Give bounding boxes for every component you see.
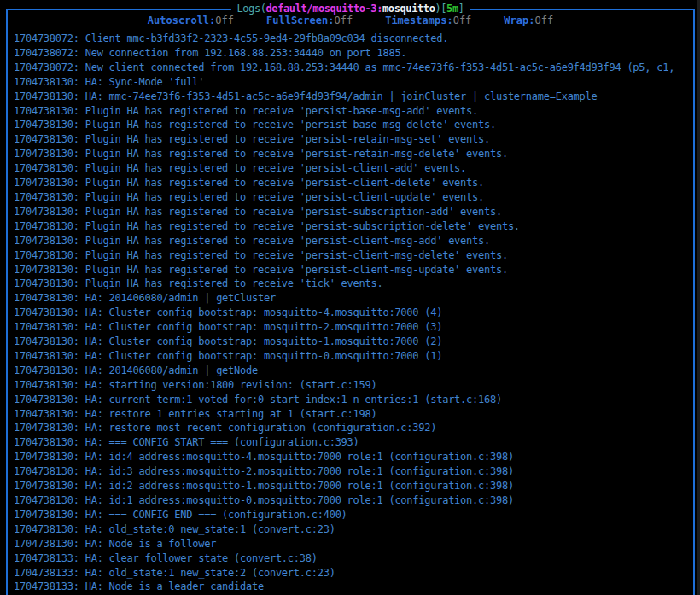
title-since-open: [ xyxy=(440,3,446,15)
status-toggle-timestamps: Timestamps:Off xyxy=(385,15,471,27)
log-line: 1704738130: HA: starting version:1800 re… xyxy=(14,378,689,393)
status-toggle-fullscreen-label: FullScreen: xyxy=(266,15,334,26)
log-line: 1704738130: Plugin HA has registered to … xyxy=(14,277,689,291)
status-toggle-fullscreen-value: Off xyxy=(334,15,353,26)
log-line: 1704738130: HA: Sync-Mode 'full' xyxy=(14,75,689,90)
title-since-value: 5m xyxy=(446,3,458,15)
title-since-close: ] xyxy=(458,3,464,15)
log-line: 1704738130: Plugin HA has registered to … xyxy=(14,132,689,147)
log-line: 1704738130: Plugin HA has registered to … xyxy=(14,205,689,219)
log-line: 1704738130: HA: restore most recent conf… xyxy=(14,421,689,435)
log-line: 1704738130: HA: === CONFIG START === (co… xyxy=(14,435,689,450)
log-line: 1704738130: Plugin HA has registered to … xyxy=(14,104,689,119)
log-line: 1704738130: HA: mmc-74ee73f6-f353-4d51-a… xyxy=(14,90,689,104)
title-container-name: mosquitto xyxy=(382,3,435,15)
log-line: 1704738130: HA: Cluster config bootstrap… xyxy=(14,320,689,335)
log-line: 1704738130: Plugin HA has registered to … xyxy=(14,263,689,277)
log-line: 1704738130: HA: 201406080/admin | getClu… xyxy=(14,291,689,306)
log-line: 1704738130: HA: current_term:1 voted_for… xyxy=(14,393,689,407)
title-view-label: Logs( xyxy=(236,3,265,15)
log-line: 1704738130: HA: Cluster config bootstrap… xyxy=(14,306,689,320)
log-line: 1704738130: HA: Cluster config bootstrap… xyxy=(14,335,689,349)
status-toggle-wrap-label: Wrap: xyxy=(504,15,534,26)
log-viewport[interactable]: 1704738072: Client mmc-b3fd33f2-2323-4c5… xyxy=(14,32,689,595)
log-line: 1704738072: Client mmc-b3fd33f2-2323-4c5… xyxy=(14,32,689,46)
log-line: 1704738130: Plugin HA has registered to … xyxy=(14,147,689,161)
log-line: 1704738133: HA: clear follower state (co… xyxy=(14,551,689,566)
log-line: 1704738072: New connection from 192.168.… xyxy=(14,46,689,61)
log-line: 1704738130: HA: Cluster config bootstrap… xyxy=(14,349,689,364)
log-line: 1704738130: HA: 201406080/admin | getNod… xyxy=(14,364,689,378)
logs-title: Logs(default/mosquitto-3:mosquitto)[5m] xyxy=(230,3,470,15)
log-line: 1704738130: HA: id:4 address:mosquitto-4… xyxy=(14,450,689,464)
log-line: 1704738130: Plugin HA has registered to … xyxy=(14,161,689,176)
log-line: 1704738130: Plugin HA has registered to … xyxy=(14,219,689,234)
status-bar: Autoscroll:OffFullScreen:OffTimestamps:O… xyxy=(8,15,693,27)
log-line: 1704738072: New client connected from 19… xyxy=(14,61,689,75)
log-line: 1704738130: Plugin HA has registered to … xyxy=(14,118,689,132)
log-line: 1704738130: HA: Node is a follower xyxy=(14,537,689,551)
status-toggle-autoscroll-value: Off xyxy=(215,15,234,26)
status-toggle-autoscroll-label: Autoscroll: xyxy=(148,15,215,26)
log-line: 1704738130: HA: restore 1 entries starti… xyxy=(14,407,689,422)
log-line: 1704738130: Plugin HA has registered to … xyxy=(14,176,689,190)
title-close-paren: ) xyxy=(435,3,440,15)
log-line: 1704738130: HA: id:1 address:mosquitto-0… xyxy=(14,493,689,508)
terminal-window[interactable]: Logs(default/mosquitto-3:mosquitto)[5m] … xyxy=(0,0,700,595)
log-line: 1704738130: HA: id:3 address:mosquitto-2… xyxy=(14,464,689,479)
status-toggle-fullscreen: FullScreen:Off xyxy=(266,15,353,27)
status-toggle-timestamps-value: Off xyxy=(453,15,472,26)
log-line: 1704738133: HA: Node is a leader candida… xyxy=(14,580,689,594)
status-toggle-wrap-value: Off xyxy=(534,15,553,26)
log-line: 1704738130: Plugin HA has registered to … xyxy=(14,248,689,263)
log-line: 1704738130: HA: === CONFIG END === (conf… xyxy=(14,508,689,522)
log-line: 1704738133: HA: old_state:1 new_state:2 … xyxy=(14,566,689,580)
title-pod-fqn: default/mosquitto-3: xyxy=(266,3,383,15)
log-line: 1704738130: HA: old_state:0 new_state:1 … xyxy=(14,522,689,537)
status-toggle-wrap: Wrap:Off xyxy=(504,15,553,27)
status-toggle-timestamps-label: Timestamps: xyxy=(385,15,452,26)
logs-frame: Logs(default/mosquitto-3:mosquitto)[5m] … xyxy=(6,9,695,595)
log-line: 1704738130: Plugin HA has registered to … xyxy=(14,234,689,248)
log-line: 1704738130: HA: id:2 address:mosquitto-1… xyxy=(14,479,689,493)
log-line: 1704738130: Plugin HA has registered to … xyxy=(14,190,689,205)
status-toggle-autoscroll: Autoscroll:Off xyxy=(148,15,234,27)
